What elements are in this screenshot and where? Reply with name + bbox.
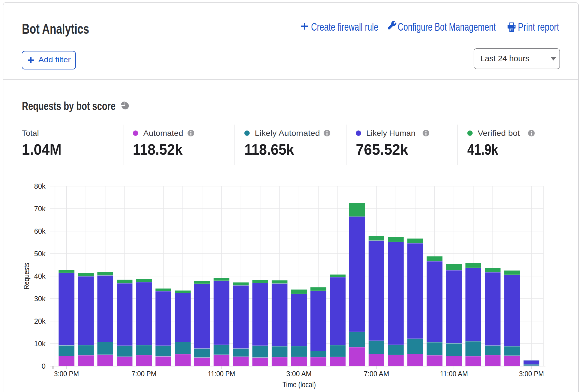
svg-text:Likely Human: Likely Human (366, 129, 416, 138)
svg-text:3:00 PM: 3:00 PM (519, 370, 544, 378)
svg-text:Print report: Print report (518, 21, 559, 33)
svg-text:40k: 40k (34, 272, 46, 280)
svg-text:Total: Total (22, 129, 39, 138)
svg-text:1.04M: 1.04M (22, 141, 62, 158)
svg-text:765.52k: 765.52k (356, 141, 409, 158)
svg-text:Last 24 hours: Last 24 hours (481, 54, 530, 63)
svg-text:Requests: Requests (22, 263, 31, 290)
svg-text:7:00 PM: 7:00 PM (132, 370, 156, 378)
svg-text:11:00 AM: 11:00 AM (440, 370, 468, 378)
svg-text:80k: 80k (34, 182, 46, 190)
svg-text:Add filter: Add filter (39, 55, 71, 64)
svg-text:41.9k: 41.9k (467, 141, 498, 158)
svg-text:Requests by bot score: Requests by bot score (22, 100, 116, 112)
svg-text:Verified bot: Verified bot (478, 129, 520, 138)
svg-text:Bot Analytics: Bot Analytics (22, 21, 89, 37)
svg-text:7:00 AM: 7:00 AM (364, 370, 389, 378)
svg-text:Automated: Automated (143, 129, 183, 138)
svg-text:3:00 AM: 3:00 AM (286, 370, 312, 378)
svg-text:30k: 30k (34, 295, 46, 303)
svg-text:20k: 20k (34, 317, 46, 325)
svg-text:Likely Automated: Likely Automated (255, 129, 320, 138)
svg-text:Create firewall rule: Create firewall rule (311, 21, 378, 33)
svg-text:50k: 50k (34, 250, 46, 258)
svg-text:10k: 10k (34, 340, 46, 348)
svg-text:118.65k: 118.65k (244, 141, 294, 158)
svg-text:11:00 PM: 11:00 PM (208, 370, 235, 378)
svg-text:3:00 PM: 3:00 PM (54, 370, 79, 378)
svg-text:Configure Bot Management: Configure Bot Management (398, 21, 496, 33)
svg-text:60k: 60k (34, 227, 46, 235)
svg-text:118.52k: 118.52k (133, 141, 183, 158)
svg-text:Time (local): Time (local) (283, 380, 316, 389)
svg-text:0: 0 (42, 362, 46, 370)
svg-text:70k: 70k (34, 205, 46, 213)
